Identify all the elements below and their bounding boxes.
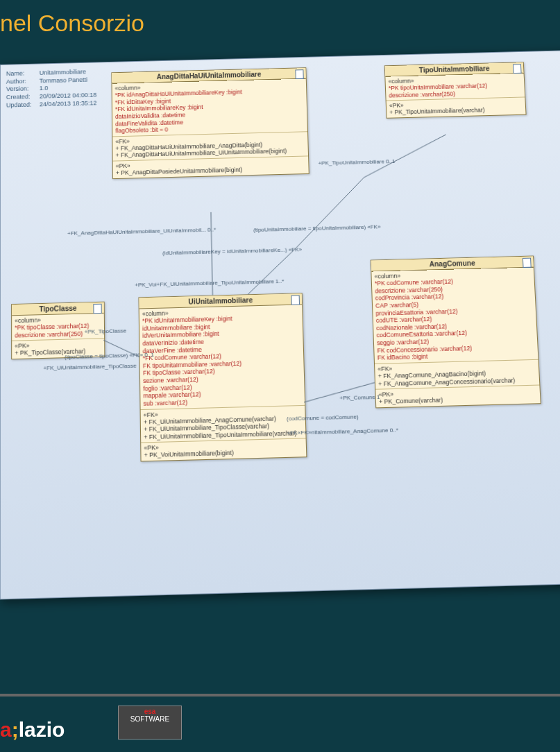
assoc-label: +FK_AnagDittaHaUiUnitaImmobiliare_UiUnit… <box>67 226 216 236</box>
class-title: AnagComune <box>430 259 475 268</box>
slide-footer: a;lazio esaSOFTWARE <box>0 694 560 752</box>
pk: PK_TipoClasse(varchar) <box>15 348 101 357</box>
assoc-label: +PK_Comune 1 <box>339 394 380 402</box>
assoc-note: (tipoUnitaImmobiliare = tipoUnitaImmobil… <box>253 223 381 233</box>
assoc-label: +PK_TipoUnitaImmobiliare 0..1 <box>318 158 396 166</box>
column: descrizione :varchar(250) <box>15 330 101 339</box>
class-anagdittahauiunitaimmobiliare[interactable]: AnagDittaHaUiUnitaImmobiliare «column» *… <box>111 67 309 179</box>
class-title: TipoUnitaImmobiliare <box>419 65 490 74</box>
class-tipounitaimmobiliare[interactable]: TipoUnitaImmobiliare «column» *PK tipoUn… <box>384 62 527 118</box>
class-anagcomune[interactable]: AnagComune «column» *PK codComune :varch… <box>371 256 541 409</box>
assoc-note: (idUnitaImmobiliareKey = idUnitaImmobili… <box>162 246 303 256</box>
assoc-extra: +FK_UiUnitaImmobiliare_TipoClasse <box>43 363 137 372</box>
esa-software-logo: esaSOFTWARE <box>118 706 182 740</box>
assoc-label: +PK_Voi+FK_UiUnitaImmobiliare_TipoUnitaI… <box>135 278 284 289</box>
diagram-canvas-wrap: Name:UnitaImmobiliare Author:Tommaso Pan… <box>0 55 560 666</box>
class-title: AnagDittaHaUiUnitaImmobiliare <box>157 71 262 80</box>
class-title: UiUnitaImmobiliare <box>188 296 253 305</box>
note-icon <box>93 304 101 314</box>
uml-canvas: Name:UnitaImmobiliare Author:Tommaso Pan… <box>0 50 560 599</box>
note-icon <box>523 258 532 268</box>
class-tipoclasse[interactable]: TipoClasse «column» *PK tipoClasse :varc… <box>11 302 105 359</box>
note-icon <box>295 69 303 79</box>
diagram-metadata: Name:UnitaImmobiliare Author:Tommaso Pan… <box>6 68 97 110</box>
class-title: TipoClasse <box>39 305 76 313</box>
brand-logo: a;lazio <box>0 718 65 742</box>
slide-title: nel Consorzio <box>0 10 144 37</box>
note-icon <box>291 295 300 305</box>
class-uiunitaimmobiliare[interactable]: UiUnitaImmobiliare «column» *PK idUnitaI… <box>138 293 307 461</box>
note-icon <box>513 64 522 74</box>
